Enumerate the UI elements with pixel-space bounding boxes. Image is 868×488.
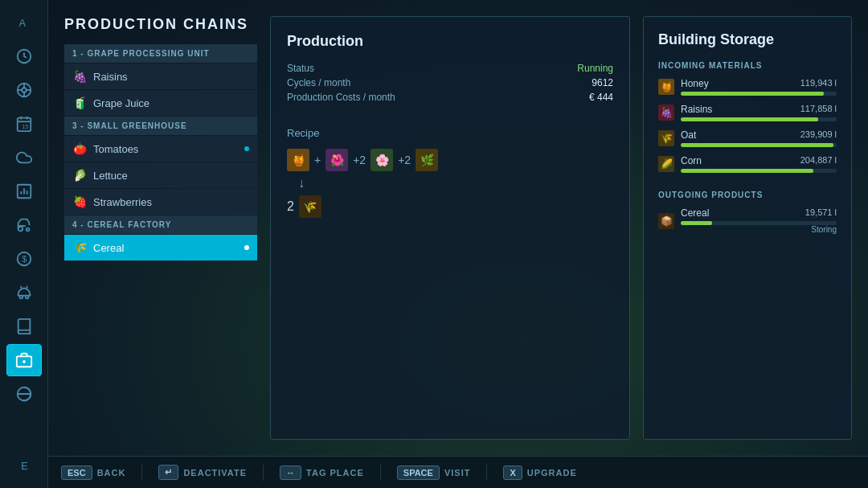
honey-bar-bg: [681, 92, 837, 96]
sidebar: A 15 $ E: [0, 0, 48, 488]
cycles-label: Cycles / month: [287, 77, 350, 88]
storage-item-honey: 🍯 Honey 119,943 l: [658, 78, 837, 96]
sidebar-item-calendar[interactable]: 15: [6, 108, 42, 140]
svg-text:A: A: [18, 17, 26, 29]
oat-bar-bg: [681, 143, 837, 147]
chain-item-lettuce[interactable]: 🥬 Lettuce: [64, 162, 257, 188]
deactivate-label: DEACTIVATE: [183, 468, 247, 478]
incoming-title: INCOMING MATERIALS: [658, 61, 837, 70]
recipe-output-icon: 🌾: [299, 195, 321, 218]
sidebar-item-clock[interactable]: [6, 40, 42, 72]
sidebar-item-money[interactable]: $: [6, 243, 42, 275]
deactivate-key[interactable]: ↵: [158, 465, 178, 480]
sidebar-item-book[interactable]: [6, 310, 42, 342]
costs-value: € 444: [589, 92, 613, 103]
raisins-storage-content: Raisins 117,858 l: [681, 104, 837, 121]
cmd-tagplace: ↔ TAG PLACE: [280, 465, 364, 480]
corn-storage-content: Corn 204,887 l: [681, 155, 837, 173]
divider-4: [486, 465, 487, 481]
cmd-visit: SPACE VISIT: [397, 465, 471, 480]
sidebar-item-weather[interactable]: [6, 141, 42, 174]
chain-item-grape-juice[interactable]: 🧃 Grape Juice: [64, 90, 257, 116]
chains-list: 1 - GRAPE PROCESSING UNIT 🍇 Raisins 🧃 Gr…: [64, 44, 257, 260]
chain-item-tomatoes[interactable]: 🍅 Tomatoes: [64, 136, 257, 162]
grape-juice-label: Grape Juice: [93, 97, 149, 109]
raisins-bar-bg: [681, 117, 837, 121]
status-row-costs: Production Costs / month € 444: [287, 92, 613, 103]
recipe-output-qty: 2: [287, 199, 294, 214]
oat-value: 239,909 l: [800, 129, 837, 141]
tomatoes-icon: 🍅: [72, 141, 87, 156]
honey-icon: 🍯: [287, 149, 309, 171]
sidebar-item-production[interactable]: [6, 344, 42, 376]
chain-item-cereal[interactable]: 🌾 Cereal: [64, 235, 257, 260]
chain-category-1: 1 - GRAPE PROCESSING UNIT: [64, 44, 257, 63]
status-row-status: Status Running: [287, 63, 613, 74]
cereal-dot: [244, 245, 249, 250]
corn-storage-header: Corn 204,887 l: [681, 155, 837, 166]
main-content: PRODUCTION CHAINS 1 - GRAPE PROCESSING U…: [48, 0, 868, 456]
honey-storage-content: Honey 119,943 l: [681, 78, 837, 96]
storage-item-oat: 🌾 Oat 239,909 l: [658, 129, 837, 147]
chain-item-strawberries[interactable]: 🍓 Strawberries: [64, 189, 257, 215]
cereal-icon: 🌾: [72, 240, 87, 255]
storage-title: Building Storage: [658, 31, 837, 48]
raisins-storage-name: Raisins: [681, 104, 712, 115]
cereal-out-header: Cereal 19,571 l: [681, 207, 837, 219]
oat-storage-content: Oat 239,909 l: [681, 129, 837, 147]
corn-bar-bg: [681, 169, 837, 173]
sidebar-item-chart[interactable]: [6, 175, 42, 207]
cereal-out-value: 19,571 l: [805, 207, 837, 219]
lettuce-label: Lettuce: [93, 170, 128, 182]
upgrade-key[interactable]: X: [503, 465, 522, 480]
honey-storage-icon: 🍯: [658, 79, 674, 95]
ingredient4-icon: 🌿: [416, 149, 438, 171]
raisins-label: Raisins: [93, 71, 128, 83]
honey-storage-header: Honey 119,943 l: [681, 78, 837, 89]
sidebar-item-map[interactable]: [6, 378, 42, 410]
corn-storage-icon: 🌽: [658, 156, 674, 172]
raisins-storage-header: Raisins 117,858 l: [681, 104, 837, 115]
cereal-out-content: Cereal 19,571 l Storing: [681, 207, 837, 234]
honey-bar-fill: [681, 92, 824, 96]
esc-key[interactable]: ESC: [61, 465, 92, 480]
esc-label: BACK: [97, 468, 126, 478]
oat-bar-fill: [681, 143, 833, 147]
cmd-upgrade: X UPGRADE: [503, 465, 576, 480]
plus-3: +2: [398, 154, 411, 166]
visit-key[interactable]: SPACE: [397, 465, 440, 480]
cycles-value: 9612: [592, 77, 613, 88]
svg-point-21: [19, 296, 23, 299]
tagplace-key[interactable]: ↔: [280, 465, 301, 480]
cmd-esc: ESC BACK: [61, 465, 125, 480]
strawberries-icon: 🍓: [72, 195, 87, 209]
recipe-arrow: ↓: [287, 176, 613, 191]
sidebar-item-bottom[interactable]: E: [6, 449, 42, 482]
svg-text:E: E: [21, 460, 28, 472]
sidebar-item-alpha[interactable]: A: [6, 6, 42, 39]
grape-juice-icon: 🧃: [72, 96, 87, 110]
raisins-icon: 🍇: [72, 69, 87, 84]
sidebar-item-livestock[interactable]: [6, 277, 42, 309]
sidebar-item-steering[interactable]: [6, 74, 42, 106]
oat-storage-header: Oat 239,909 l: [681, 129, 837, 141]
storage-item-raisins: 🍇 Raisins 117,858 l: [658, 104, 837, 121]
corn-bar-fill: [681, 169, 813, 173]
cereal-out-name: Cereal: [681, 207, 709, 219]
status-label: Status: [287, 63, 314, 74]
svg-point-18: [26, 228, 29, 232]
outgoing-title: OUTGOING PRODUCTS: [658, 191, 837, 199]
svg-text:15: 15: [22, 123, 28, 130]
visit-label: VISIT: [444, 468, 471, 478]
upgrade-label: UPGRADE: [527, 468, 577, 478]
sidebar-item-tractor[interactable]: [6, 209, 42, 241]
chain-item-raisins[interactable]: 🍇 Raisins: [64, 64, 257, 89]
svg-text:$: $: [22, 254, 27, 264]
honey-value: 119,943 l: [800, 78, 837, 89]
recipe-section: Recipe 🍯 + 🌺 +2 🌸 +2 🌿 ↓ 2 🌾: [287, 127, 613, 218]
divider-3: [380, 465, 381, 481]
plus-2: +2: [353, 154, 366, 166]
lettuce-icon: 🥬: [72, 168, 87, 182]
cereal-out-icon: 📦: [658, 213, 674, 229]
chain-category-4: 4 - CEREAL FACTORY: [64, 215, 257, 234]
